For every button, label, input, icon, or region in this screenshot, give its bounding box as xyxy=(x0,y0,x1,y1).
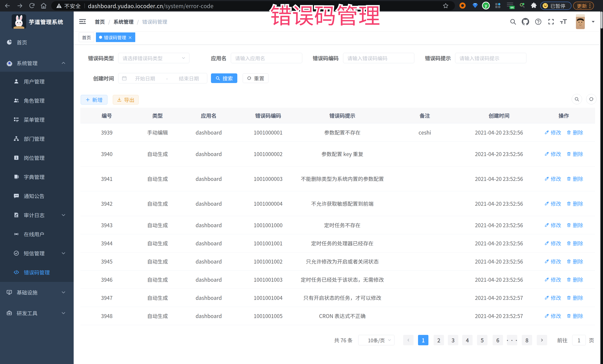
reset-button-label: 重置 xyxy=(254,75,264,82)
prev-page-button[interactable] xyxy=(403,335,414,345)
browser-home-icon[interactable] xyxy=(40,2,47,9)
github-icon[interactable] xyxy=(522,18,529,25)
sidebar-item-audit-log[interactable]: 审计日志 xyxy=(0,205,74,224)
cell-time: 2021-04-20 23:52:56 xyxy=(465,191,533,216)
scrollbar-thumb[interactable] xyxy=(601,11,603,29)
next-page-button[interactable] xyxy=(537,335,547,345)
page-button-1[interactable]: 1 xyxy=(418,335,429,345)
delete-link[interactable]: 删除 xyxy=(567,200,583,207)
browser-forward-icon[interactable] xyxy=(16,2,23,9)
tag-home[interactable]: 首页 xyxy=(79,33,94,42)
sidebar-logo[interactable]: 芋道管理系统 xyxy=(0,11,74,32)
caret-down-icon[interactable] xyxy=(591,20,595,23)
sidebar-item-dev-tools[interactable]: 研发工具 xyxy=(0,303,74,323)
cell-time: 2021-04-20 23:52:57 xyxy=(465,288,533,307)
error-hint-input[interactable]: 请输入错误码提示 xyxy=(455,53,526,63)
sidebar-item-sms[interactable]: 短信管理 xyxy=(0,243,74,263)
delete-link[interactable]: 删除 xyxy=(567,175,583,182)
end-date-placeholder[interactable]: 结束日期 xyxy=(171,75,207,82)
cell-memo xyxy=(384,270,465,288)
breadcrumb-home[interactable]: 首页 xyxy=(95,18,105,25)
sidebar-item-roles[interactable]: 角色管理 xyxy=(0,91,74,110)
sidebar-item-users[interactable]: 用户管理 xyxy=(0,72,74,91)
edit-link[interactable]: 修改 xyxy=(544,240,561,247)
cell-time: 2021-04-20 23:52:56 xyxy=(465,234,533,252)
edit-link[interactable]: 修改 xyxy=(544,294,561,301)
page-size-select[interactable]: 10条/页 xyxy=(358,335,394,345)
sidebar-item-system[interactable]: 系统管理 xyxy=(0,53,74,73)
browser-reload-icon[interactable] xyxy=(29,2,35,9)
export-button[interactable]: 导出 xyxy=(113,95,139,105)
search-button[interactable]: 搜索 xyxy=(211,73,237,83)
add-button[interactable]: 新增 xyxy=(81,95,107,105)
page-button-2[interactable]: 2 xyxy=(434,335,444,345)
sidebar-item-menus[interactable]: 菜单管理 xyxy=(0,110,74,129)
bookmark-star-icon[interactable] xyxy=(442,2,449,9)
refresh-table-button[interactable] xyxy=(586,94,596,104)
filter-type-label: 错误码类型 xyxy=(87,53,114,63)
delete-link[interactable]: 删除 xyxy=(567,276,583,283)
page-button-6[interactable]: 6 xyxy=(493,335,503,345)
sidebar-item-dictionary[interactable]: 字典管理 xyxy=(0,167,74,186)
extension-green-y-icon[interactable]: y xyxy=(482,1,490,10)
extensions-puzzle-icon[interactable] xyxy=(531,2,537,9)
extension-blue-gem-icon[interactable] xyxy=(472,2,478,9)
sidebar-item-departments[interactable]: 部门管理 xyxy=(0,129,74,148)
cell-code: 1001000002 xyxy=(236,141,301,166)
sidebar-item-error-code[interactable]: 错误码管理 xyxy=(0,263,74,282)
extension-orange-ring-icon[interactable] xyxy=(459,2,466,9)
help-question-icon[interactable] xyxy=(535,18,542,25)
edit-link[interactable]: 修改 xyxy=(544,258,561,265)
more-pages-button[interactable]: ••• xyxy=(507,335,517,345)
page-button-3[interactable]: 3 xyxy=(448,335,458,345)
fullscreen-icon[interactable] xyxy=(547,18,555,25)
delete-link[interactable]: 删除 xyxy=(567,258,583,265)
edit-link[interactable]: 修改 xyxy=(544,312,561,319)
error-code-input[interactable]: 请输入错误码编码 xyxy=(343,53,414,63)
user-avatar[interactable] xyxy=(576,14,585,29)
show-search-toggle-button[interactable] xyxy=(572,94,582,104)
goto-page-input[interactable]: 1 xyxy=(572,335,586,345)
edit-link[interactable]: 修改 xyxy=(544,200,561,207)
date-range-picker[interactable]: 开始日期 - 结束日期 xyxy=(118,73,207,83)
browser-address-bar[interactable]: 不安全 dashboard.yudao.iocoder.cn/system/er… xyxy=(51,1,455,10)
browser-menu-kebab-icon[interactable] xyxy=(590,3,591,8)
sidebar-item-posts[interactable]: 1 岗位管理 xyxy=(0,148,74,167)
app-title: 芋道管理系统 xyxy=(29,11,63,32)
extension-paused-badge[interactable]: 已暂停 xyxy=(540,2,571,10)
sidebar-item-announcements[interactable]: 通知公告 xyxy=(0,186,74,205)
close-tag-icon[interactable]: × xyxy=(128,35,132,39)
delete-link[interactable]: 删除 xyxy=(567,240,583,247)
extension-list-on-icon[interactable]: on xyxy=(506,1,515,10)
edit-link[interactable]: 修改 xyxy=(544,129,561,136)
delete-link[interactable]: 删除 xyxy=(567,150,583,157)
edit-link[interactable]: 修改 xyxy=(544,221,561,229)
error-type-select[interactable]: 请选择错误码类型 xyxy=(118,53,189,63)
reset-button[interactable]: 重置 xyxy=(243,73,268,83)
tag-error-code[interactable]: 错误码管理 × xyxy=(96,33,135,42)
edit-link[interactable]: 修改 xyxy=(544,276,561,283)
font-size-icon[interactable] xyxy=(559,18,568,25)
edit-link[interactable]: 修改 xyxy=(544,150,561,157)
sidebar-toggle-icon[interactable] xyxy=(79,18,86,25)
sidebar-item-infrastructure[interactable]: 基础设施 xyxy=(0,282,74,303)
cell-memo xyxy=(384,216,465,234)
page-button-4[interactable]: 4 xyxy=(462,335,473,345)
delete-link[interactable]: 删除 xyxy=(567,129,583,136)
breadcrumb-system[interactable]: 系统管理 xyxy=(114,18,134,25)
edit-link[interactable]: 修改 xyxy=(544,175,561,182)
delete-link[interactable]: 删除 xyxy=(567,294,583,301)
sidebar-item-online-users[interactable]: 在线用户 xyxy=(0,224,74,243)
extension-key-icon[interactable] xyxy=(519,2,525,9)
sidebar-item-home[interactable]: 首页 xyxy=(0,32,74,53)
delete-link[interactable]: 删除 xyxy=(567,221,583,229)
delete-link[interactable]: 删除 xyxy=(567,312,583,319)
app-name-input[interactable]: 请输入应用名 xyxy=(231,53,302,63)
browser-update-button[interactable]: 更新 xyxy=(573,2,594,10)
page-button-8[interactable]: 8 xyxy=(522,335,532,345)
header-search-icon[interactable] xyxy=(510,18,517,25)
start-date-placeholder[interactable]: 开始日期 xyxy=(127,75,163,82)
browser-back-icon[interactable] xyxy=(4,2,11,9)
extension-squares-icon[interactable] xyxy=(494,2,501,9)
page-button-5[interactable]: 5 xyxy=(477,335,487,345)
